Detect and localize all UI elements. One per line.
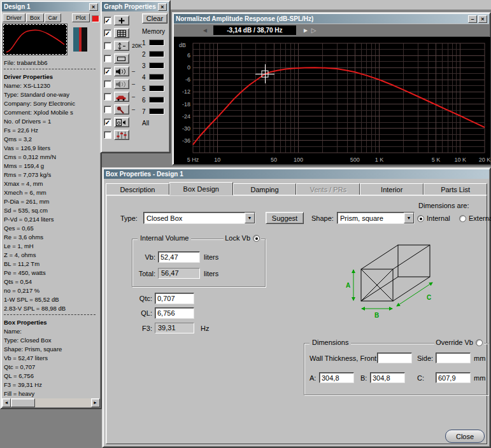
checkbox[interactable] [104,42,111,50]
close-button[interactable]: Close [445,430,485,443]
memory-swatch[interactable] [149,62,164,69]
memory-slot[interactable]: 3 [141,60,171,71]
memory-swatch[interactable] [149,74,164,80]
svg-text:-18: -18 [182,101,190,108]
speaker-response-icon[interactable] [114,66,129,76]
cursor-step-right-icon[interactable]: ► [302,27,309,34]
tab-plot[interactable]: Plot [72,13,90,22]
scroll-right-icon[interactable]: ► [91,398,100,407]
memory-swatch[interactable] [149,85,164,92]
external-radio[interactable]: External [459,214,491,222]
plot-color-swatch[interactable] [92,15,99,22]
graph-titlebar[interactable]: Normalized Amplitude Response (dB-SPL/Hz… [174,14,489,24]
checkbox[interactable]: ✓ [104,17,111,24]
memory-all-label[interactable]: All [142,120,171,127]
override-vb-radio[interactable]: Override Vb [434,339,484,346]
box-properties-titlebar[interactable]: Box Properties - Design 1 [104,169,489,179]
chevron-down-icon[interactable]: ▼ [245,213,255,223]
separator [4,69,96,71]
ql-input[interactable] [155,307,194,319]
wall-front-label: Wall Thickness, Front: [310,354,378,362]
memory-swatch[interactable] [149,51,164,57]
cursor-step-left-icon[interactable]: ◄ [202,27,208,34]
qtc-input[interactable] [155,293,194,304]
chevron-down-icon[interactable]: ▼ [404,213,414,223]
checkbox[interactable] [104,131,111,139]
mic-response-icon[interactable] [114,104,129,115]
close-icon[interactable]: × [158,3,167,11]
property-line: Comment: Xplod Mobile s [4,108,101,117]
design-titlebar[interactable]: Design 1 × [2,2,100,11]
horizontal-scrollbar[interactable]: ◄ ► [2,398,100,407]
design-tab[interactable]: Box [26,13,44,22]
response-plot[interactable]: 5 Hz10501005001 K5 K10 K20 K60-6-12-18-2… [174,37,490,164]
checkbox[interactable]: ✓ [104,29,111,37]
minimize-icon[interactable]: – [468,15,477,23]
memory-swatch[interactable] [149,39,164,46]
shape-select[interactable]: Prism, square ▼ [337,212,415,224]
suggest-button[interactable]: Suggest [266,212,304,224]
cursor-fast-right-icon[interactable]: ▷ [311,27,317,34]
design-tab[interactable]: Driver [3,13,25,22]
property-line: Type: Closed Box [4,336,101,345]
dim-a-input[interactable] [319,372,354,383]
eq-icon[interactable] [114,130,129,140]
memory-swatch[interactable] [149,108,164,115]
graph-properties-titlebar[interactable]: Graph Properties × [102,2,169,11]
checkbox[interactable] [104,93,111,101]
checkbox[interactable]: ✓ [104,67,111,75]
speaker-response-alt-icon[interactable] [114,79,129,89]
memory-slot[interactable]: 1 [141,37,171,48]
svg-text:1 K: 1 K [375,157,384,163]
memory-slot[interactable]: 6 [141,94,171,106]
qtc-label: Qtc: [125,295,152,302]
svg-text:20 K: 20 K [479,157,490,163]
response-thumbnail[interactable] [3,24,67,55]
internal-radio[interactable]: Internal [417,214,450,222]
scroll-thumb[interactable] [11,398,35,407]
lock-vb-radio[interactable]: Lock Vb [224,234,261,242]
property-line: Xmax = 4, mm [4,179,101,188]
box-tab[interactable]: Damping [233,183,297,195]
dim-b-input[interactable] [370,372,405,383]
driver-icon[interactable] [72,25,89,53]
memory-slot[interactable]: 7 [141,106,171,117]
dim-c-input[interactable] [436,372,471,383]
memory-slot[interactable]: 5 [141,83,171,94]
zoom-in-icon[interactable] [114,15,129,25]
checkbox[interactable] [104,106,111,113]
speaker-box-icon[interactable] [114,117,129,127]
shape-label: Shape: [311,214,334,222]
graph-option-row [103,129,142,141]
checkbox[interactable] [104,80,111,88]
scroll-track[interactable] [11,398,91,407]
wall-side-input[interactable] [436,353,471,363]
box-tab[interactable]: Vents / PRs [296,183,360,195]
box-tab[interactable]: Description [106,183,169,195]
box-tab[interactable]: Interior [360,183,423,195]
clear-button[interactable]: Clear [142,13,167,24]
checkbox[interactable]: ✓ [104,118,111,126]
memory-slot[interactable]: 4 [141,71,171,83]
trace-box-icon[interactable] [114,53,129,64]
car-response-icon[interactable] [114,92,129,102]
design-tab[interactable]: Car [45,13,62,22]
dimensions-are-label: Dimensions are: [418,202,469,209]
property-line: BL = 11,2 Tm [4,260,101,269]
scale-arrows-icon[interactable] [114,41,129,51]
box-tab[interactable]: Parts List [423,183,487,195]
box-type-select[interactable]: Closed Box ▼ [143,212,255,224]
grid-icon[interactable] [114,28,129,38]
close-icon[interactable]: × [478,15,487,23]
vb-input[interactable] [158,251,200,263]
checkbox[interactable] [104,55,111,62]
box-tab[interactable]: Box Design [169,182,233,195]
scroll-left-icon[interactable]: ◄ [2,398,11,407]
property-line: Z = 4, ohms [4,251,101,260]
design-properties-list[interactable]: File: trabant.bb6 Driver Properties Name… [1,57,101,398]
close-icon[interactable]: × [89,3,98,11]
design-tab-group: DriverBoxCar [3,13,62,22]
memory-swatch[interactable] [149,97,164,103]
wall-front-input[interactable] [377,353,412,363]
memory-slot[interactable]: 2 [141,48,171,60]
